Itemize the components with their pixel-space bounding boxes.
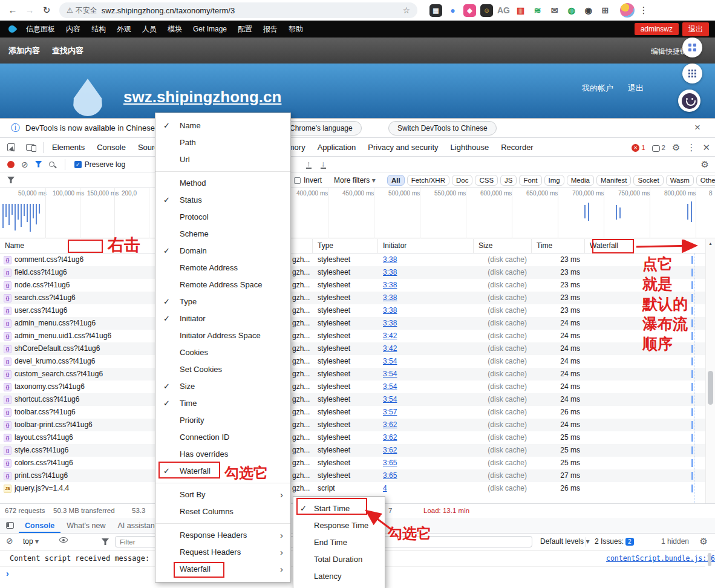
tab-privacy-and-security[interactable]: Privacy and security — [362, 139, 444, 156]
drawer-tab-console[interactable]: Console — [19, 518, 60, 533]
context-menu-item-method[interactable]: Method — [155, 175, 290, 192]
reload-icon[interactable]: ↻ — [39, 2, 54, 18]
request-initiator-link[interactable]: 3:38 — [383, 255, 397, 264]
bookmark-star-icon[interactable]: ☆ — [402, 5, 410, 15]
request-initiator-link[interactable]: 3:57 — [383, 408, 397, 416]
request-initiator-link[interactable]: 3:54 — [383, 382, 397, 391]
context-menu-item-connection-id[interactable]: Connection ID — [155, 429, 290, 446]
network-request-row[interactable]: {}custom_search.css?t41ug6gzh...styleshe… — [0, 368, 705, 381]
context-menu-item-path[interactable]: Path — [155, 134, 290, 151]
column-header-type[interactable]: Type — [313, 239, 378, 253]
device-toolbar-icon[interactable] — [26, 144, 34, 151]
log-levels-dropdown[interactable]: Default levels ▾ — [540, 537, 589, 546]
context-menu-item-protocol[interactable]: Protocol — [155, 209, 290, 226]
network-overview-timeline[interactable]: 50,000 ms100,000 ms150,000 ms200,0400,00… — [0, 188, 715, 238]
devtools-close-icon[interactable]: ✕ — [702, 142, 710, 153]
network-request-row[interactable]: {}comment.css?t41ug6gzh...stylesheet3:38… — [0, 253, 705, 266]
issues-counter[interactable]: 2 Issues:2 — [595, 537, 634, 546]
request-initiator-link[interactable]: 3:62 — [383, 420, 397, 429]
face-extension-icon[interactable]: ☺ — [480, 4, 493, 17]
network-request-row[interactable]: {}search.css?t41ug6gzh...stylesheet3:38(… — [0, 292, 705, 304]
request-initiator-link[interactable]: 3:42 — [383, 344, 397, 353]
context-menu-item-request-headers[interactable]: Request Headers› — [155, 544, 290, 561]
column-header-size[interactable]: Size — [474, 239, 532, 253]
console-source-link[interactable]: contentScript.bundle.js:162 — [606, 550, 715, 567]
tab-console[interactable]: Console — [91, 139, 132, 156]
my-account-link[interactable]: 我的帐户 — [582, 83, 613, 94]
blue-ball-extension-icon[interactable]: ● — [446, 4, 459, 17]
network-request-row[interactable]: {}style.css?t41ug6gzh...stylesheet3:62(d… — [0, 444, 705, 457]
switch-to-chinese-button[interactable]: Switch DevTools to Chinese — [388, 121, 497, 136]
forward-icon[interactable]: → — [22, 2, 38, 18]
hidden-messages-count[interactable]: 1 hidden — [661, 537, 689, 546]
context-menu-item-initiator-address-space[interactable]: Initiator Address Space — [155, 327, 290, 344]
request-initiator-link[interactable]: 3:65 — [383, 459, 397, 467]
drupal-menu-item-信息面板[interactable]: 信息面板 — [21, 21, 60, 38]
console-settings-icon[interactable]: ⚙ — [700, 536, 708, 547]
context-menu-item-remote-address-space[interactable]: Remote Address Space — [155, 276, 290, 293]
context-menu-item-domain[interactable]: ✓Domain — [155, 243, 290, 260]
request-initiator-link[interactable]: 3:38 — [383, 319, 397, 327]
context-menu-item-cookies[interactable]: Cookies — [155, 344, 290, 361]
filter-chip-css[interactable]: CSS — [475, 175, 498, 186]
floating-grid-button-1[interactable] — [682, 38, 702, 57]
tab-lighthouse[interactable]: Lighthouse — [445, 139, 495, 156]
drupal-logout-button[interactable]: 退出 — [682, 22, 709, 36]
network-request-row[interactable]: JSjquery.js?v=1.4.4gzh...script4(disk ca… — [0, 482, 705, 495]
column-header-domain[interactable] — [287, 239, 313, 253]
network-request-row[interactable]: {}user.css?t41ug6gzh...stylesheet3:38(di… — [0, 304, 705, 317]
shortcut-link-查找内容[interactable]: 查找内容 — [52, 45, 83, 56]
more-filters-dropdown[interactable]: More filters ▾ — [334, 176, 376, 185]
drawer-panel-icon[interactable] — [6, 522, 14, 529]
network-request-row[interactable]: {}devel_krumo.css?t41ug6gzh...stylesheet… — [0, 355, 705, 368]
import-har-icon[interactable]: ↑ — [306, 160, 312, 169]
context-menu-item-set-cookies[interactable]: Set Cookies — [155, 361, 290, 378]
site-title-link[interactable]: swz.shipingzhong.cn — [123, 88, 281, 106]
red-grid-extension-icon[interactable]: ▥ — [514, 4, 527, 17]
context-menu-item-total-duration[interactable]: Total Duration — [293, 551, 385, 568]
console-context-selector[interactable]: top ▾ — [23, 537, 39, 546]
green-circle-extension-icon[interactable]: ◍ — [565, 4, 578, 17]
context-menu-item-url[interactable]: Url — [155, 151, 290, 168]
menu-grid-extension-icon[interactable]: ▦ — [429, 4, 442, 17]
network-request-row[interactable]: {}colors.css?t41ug6gzh...stylesheet3:65(… — [0, 457, 705, 469]
filter-chip-all[interactable]: All — [387, 175, 405, 186]
pink-extension-icon[interactable]: ◆ — [463, 4, 476, 17]
shortcut-link-添加内容[interactable]: 添加内容 — [8, 45, 40, 56]
filter-icon[interactable] — [35, 161, 42, 168]
drupal-menu-item-内容[interactable]: 内容 — [60, 21, 86, 38]
infobar-close-icon[interactable]: × — [694, 122, 700, 134]
request-initiator-link[interactable]: 3:38 — [383, 293, 397, 302]
ag-extension-icon[interactable]: AG — [497, 4, 510, 17]
context-menu-item-time[interactable]: ✓Time — [155, 395, 290, 412]
tab-elements[interactable]: Elements — [46, 139, 91, 156]
drupal-menu-item-外观[interactable]: 外观 — [111, 21, 137, 38]
green-signal-extension-icon[interactable]: ≋ — [531, 4, 544, 17]
puzzle-extension-icon[interactable]: ⊞ — [599, 4, 612, 17]
context-menu-item-type[interactable]: ✓Type — [155, 293, 290, 310]
context-menu-item-has-overrides[interactable]: Has overrides — [155, 446, 290, 463]
context-menu-item-reset-columns[interactable]: Reset Columns — [155, 503, 290, 520]
address-bar[interactable]: ⚠ 不安全 swz.shipingzhong.cn/taxonomy/term/… — [59, 2, 417, 18]
network-request-row[interactable]: {}layout.css?t41ug6gzh...stylesheet3:62(… — [0, 431, 705, 444]
table-scrollbar[interactable]: ▲ — [705, 239, 715, 503]
drupal-menu-item-配置[interactable]: 配置 — [232, 21, 258, 38]
filter-chip-font[interactable]: Font — [519, 175, 541, 186]
site-logout-link[interactable]: 退出 — [628, 83, 644, 94]
live-expression-eye-icon[interactable] — [59, 537, 68, 543]
filter-chip-other[interactable]: Other — [696, 175, 715, 186]
request-initiator-link[interactable]: 3:54 — [383, 370, 397, 378]
context-menu-item-status[interactable]: ✓Status — [155, 192, 290, 209]
context-menu-item-initiator[interactable]: ✓Initiator — [155, 310, 290, 327]
browser-menu-icon[interactable]: ⋮ — [636, 2, 651, 18]
filter-chip-wasm[interactable]: Wasm — [666, 175, 694, 186]
scrollbar-thumb[interactable] — [708, 371, 713, 405]
clear-console-icon[interactable]: ⊘ — [6, 536, 13, 546]
inspect-element-icon[interactable] — [7, 143, 15, 151]
tab-recorder[interactable]: Recorder — [495, 139, 539, 156]
scroll-up-arrow-icon[interactable]: ▲ — [708, 241, 713, 246]
devtools-settings-icon[interactable]: ⚙ — [672, 142, 680, 153]
network-request-row[interactable]: {}print.css?t41ug6gzh...stylesheet3:65(d… — [0, 469, 705, 482]
drupal-menu-item-get-image[interactable]: Get Image — [188, 21, 232, 38]
request-initiator-link[interactable]: 4 — [383, 484, 387, 492]
